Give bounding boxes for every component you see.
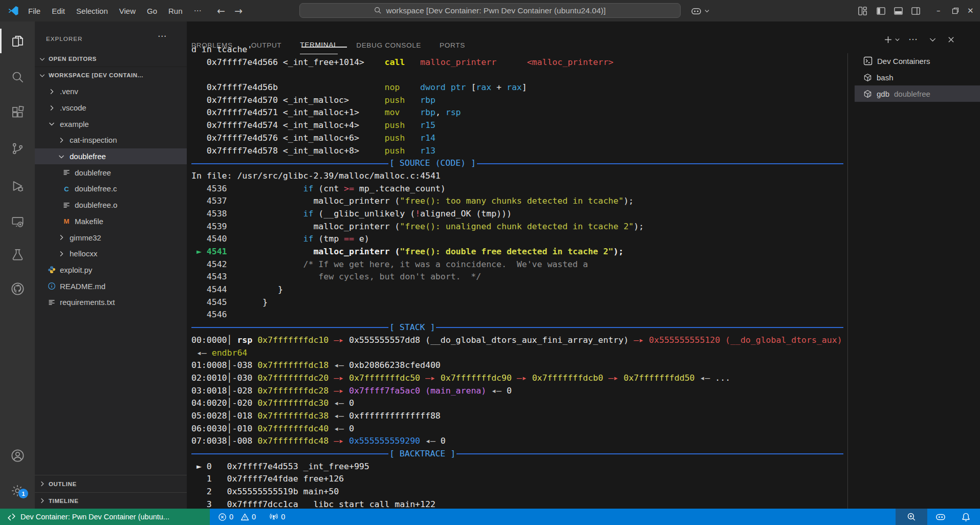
dev-containers-icon [863, 56, 873, 65]
ports-indicator[interactable]: 0 [256, 509, 285, 525]
nav-back-button[interactable]: ← [217, 0, 225, 21]
tree-item-label: cat-inspection [70, 136, 117, 144]
explorer-more-actions-icon[interactable]: ⋯ [158, 31, 167, 41]
terminal-section-divider: [ STACK ] [191, 321, 848, 334]
terminal-line: 05:0028│-018 0x7fffffffdc38 ◂— 0xfffffff… [191, 410, 848, 423]
explorer-icon[interactable] [0, 29, 35, 53]
tree-item-exploit-py[interactable]: exploit.py [35, 262, 187, 278]
toggle-primary-sidebar-icon[interactable] [876, 0, 886, 21]
close-window-button[interactable]: ✕ [967, 0, 974, 21]
close-panel-icon[interactable] [947, 34, 955, 45]
tree-item-requirements-txt[interactable]: requirements.txt [35, 294, 187, 311]
command-center-search[interactable]: workspace [Dev Container: Pwn Dev Contai… [299, 3, 681, 18]
terminal-instance-bash[interactable]: $bash [855, 69, 980, 85]
terminal-instance-gdb-doublefree[interactable]: $gdbdoublefree [855, 85, 980, 102]
new-terminal-button[interactable] [884, 34, 900, 45]
outline-section[interactable]: OUTLINE [35, 475, 187, 492]
terminal-more-actions-icon[interactable]: ⋯ [908, 34, 918, 45]
explorer-sidebar: EXPLORER ⋯ OPEN EDITORS WORKSPACE [DEV C… [35, 21, 187, 509]
notifications-bell-icon[interactable] [954, 509, 980, 525]
make-file-icon: M [62, 216, 71, 226]
file-tree: .venv.vscodeexamplecat-inspectiondoublef… [35, 83, 187, 311]
terminal-line: 02:0010│-030 0x7fffffffdc20 —▸ 0x7ffffff… [191, 372, 848, 385]
tree-item-label: doublefree.o [75, 201, 117, 209]
toggle-secondary-sidebar-icon[interactable] [911, 0, 921, 21]
tree-item-hellocxx[interactable]: hellocxx [35, 246, 187, 262]
binary-file-icon [62, 201, 71, 210]
source-control-icon[interactable] [0, 136, 35, 161]
tree-item-doublefree[interactable]: doublefree [35, 164, 187, 181]
terminal-line: 0x7ffff7e4d574 <_int_malloc+4> push r15 [191, 119, 848, 132]
minimize-button[interactable]: – [937, 0, 941, 21]
nav-forward-button[interactable]: → [234, 0, 243, 21]
sidebar-title: EXPLORER [46, 36, 82, 42]
menu-run[interactable]: Run [163, 7, 188, 15]
svg-text:M: M [64, 217, 70, 225]
tree-item-example[interactable]: example [35, 116, 187, 132]
info-file-icon [47, 281, 56, 291]
chevron-right-icon [38, 480, 46, 488]
terminal-line: 4542 /* If we get here, it was a coincid… [191, 258, 848, 271]
run-and-debug-icon[interactable] [0, 173, 35, 198]
terminal-output[interactable]: d in tcache' 0x7ffff7e4d566 <_int_free+1… [191, 43, 848, 511]
timeline-section[interactable]: TIMELINE [35, 492, 187, 509]
terminal-line: 4536 if (cnt >= mp_.tcache_count) [191, 183, 848, 195]
panel-chevron-down-icon[interactable] [929, 34, 937, 45]
tree-item-doublefree[interactable]: doublefree [35, 148, 187, 165]
terminal-line: 4544 } [191, 283, 848, 296]
problems-indicator[interactable]: 0 0 [210, 509, 256, 525]
menu-go[interactable]: Go [141, 7, 163, 15]
customize-layout-icon[interactable] [858, 0, 867, 21]
terminal-group-label: Dev Containers [877, 57, 930, 65]
menu-edit[interactable]: Edit [46, 7, 71, 15]
workspace-section[interactable]: WORKSPACE [DEV CONTAIN... [35, 67, 187, 83]
remote-label: Dev Container: Pwn Dev Container (ubuntu… [20, 513, 205, 521]
toggle-panel-icon[interactable] [894, 0, 903, 21]
outline-label: OUTLINE [49, 481, 77, 487]
terminal-line [191, 69, 848, 81]
settings-gear-icon[interactable]: 1 [0, 478, 35, 503]
ports-count: 0 [281, 513, 285, 521]
copilot-status-icon[interactable] [927, 509, 954, 525]
menu-file[interactable]: File [23, 7, 46, 15]
tree-item-label: README.md [60, 282, 105, 291]
extensions-icon[interactable] [0, 100, 35, 124]
tree-item-cat-inspection[interactable]: cat-inspection [35, 132, 187, 148]
menu-more[interactable]: ⋯ [188, 6, 207, 15]
tree-item-label: doublefree.c [75, 184, 117, 193]
tree-item-venv[interactable]: .venv [35, 83, 187, 100]
chevron-right-icon [57, 233, 66, 242]
restore-button[interactable] [952, 0, 959, 21]
search-view-icon[interactable] [0, 64, 35, 89]
accounts-icon[interactable] [0, 443, 35, 468]
remote-explorer-icon[interactable] [0, 209, 35, 234]
terminal-line: 4543 few cycles, but don't abort. */ [191, 271, 848, 283]
github-icon[interactable] [0, 276, 35, 301]
testing-icon[interactable] [0, 242, 35, 267]
tree-item-doublefree-c[interactable]: Cdoublefree.c [35, 181, 187, 197]
terminal-list-sash[interactable] [847, 53, 848, 509]
remote-indicator[interactable]: Dev Container: Pwn Dev Container (ubuntu… [0, 509, 210, 525]
tree-item-label: hellocxx [70, 249, 97, 258]
tree-item-label: doublefree [70, 152, 106, 161]
tree-item-vscode[interactable]: .vscode [35, 100, 187, 116]
chevron-right-icon [57, 249, 66, 258]
chevron-right-icon [47, 87, 56, 96]
timeline-label: TIMELINE [49, 498, 78, 504]
tree-item-makefile[interactable]: MMakefile [35, 213, 187, 230]
zoom-status-button[interactable] [896, 509, 927, 525]
copilot-button[interactable] [690, 0, 710, 21]
warning-icon [241, 513, 249, 521]
tree-item-label: example [60, 120, 89, 128]
terminal-line: 2 0x55555555519b main+50 [191, 486, 848, 498]
tree-item-gimme32[interactable]: gimme32 [35, 229, 187, 246]
menu-view[interactable]: View [114, 7, 141, 15]
menu-selection[interactable]: Selection [71, 7, 114, 15]
terminal-instance-desc: doublefree [894, 90, 930, 98]
tree-item-doublefree-o[interactable]: doublefree.o [35, 197, 187, 213]
terminal-group-header: Dev Containers [855, 53, 980, 69]
tree-item-readme-md[interactable]: README.md [35, 278, 187, 294]
terminal-line: 06:0030│-010 0x7fffffffdc40 ◂— 0 [191, 423, 848, 435]
open-editors-section[interactable]: OPEN EDITORS [35, 51, 187, 67]
chevron-down-icon [47, 119, 56, 128]
